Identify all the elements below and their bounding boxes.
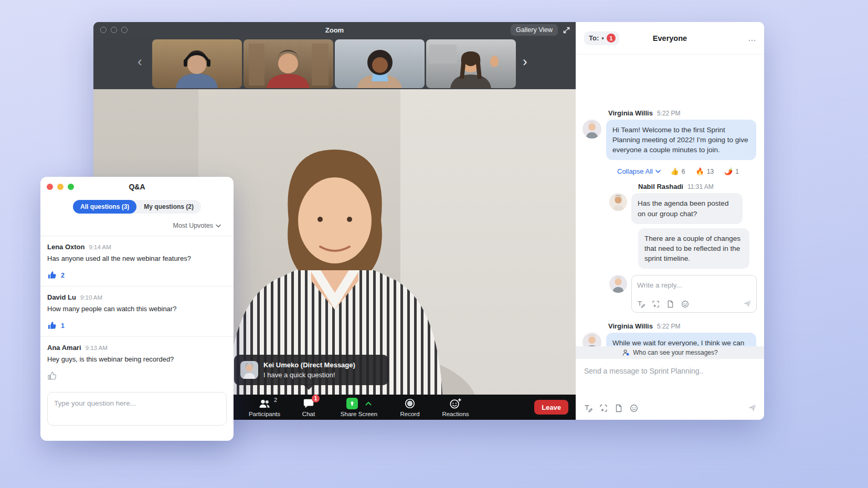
chat-header: To: ▾ 1 Everyone … (576, 22, 764, 55)
filmstrip-prev-icon[interactable]: ‹ (137, 55, 142, 68)
chat-message: Virginia Willis 5:22 PM Hi Team! Welcome… (583, 109, 757, 160)
chevron-down-icon: ▾ (601, 36, 604, 41)
thumbs-up-icon (47, 371, 57, 381)
screenshot-icon[interactable] (652, 300, 660, 308)
qa-window: Q&A All questions (3) My questions (2) M… (40, 177, 234, 441)
video-thumbnail-1[interactable] (152, 39, 242, 88)
filmstrip-next-icon[interactable]: › (523, 55, 527, 68)
upvote-button[interactable]: 2 (47, 270, 65, 280)
thumbs-up-icon (47, 321, 57, 331)
qa-question-input[interactable] (54, 399, 220, 407)
leave-button[interactable]: Leave (534, 400, 568, 415)
gallery-view-button[interactable]: Gallery View (511, 24, 558, 36)
participants-icon: 2 (258, 398, 271, 409)
collapse-all-button[interactable]: Collapse All (617, 167, 661, 175)
emoji-icon[interactable] (630, 404, 638, 412)
sender-name: Virginia Willis (608, 322, 653, 330)
send-reply-icon[interactable] (743, 299, 751, 308)
dm-toast-title: Kei Umeko (Direct Message) (263, 361, 355, 369)
message-time: 5:22 PM (657, 323, 681, 330)
record-icon (404, 398, 416, 409)
share-screen-button[interactable]: Share Screen (333, 398, 385, 417)
share-options-chevron-icon[interactable] (365, 401, 372, 406)
tab-all-questions[interactable]: All questions (3) (73, 200, 136, 214)
screenshot-icon[interactable] (599, 404, 608, 412)
avatar (583, 333, 601, 346)
file-attach-icon[interactable] (615, 404, 623, 412)
question-text: How many people can watch this webinar? (47, 305, 227, 313)
avatar (609, 193, 627, 211)
share-screen-icon (346, 398, 358, 409)
participants-button[interactable]: 2 Participants (244, 398, 285, 417)
window-titlebar: Zoom Gallery View (93, 22, 576, 38)
reply-composer (609, 275, 757, 313)
file-attach-icon[interactable] (666, 300, 674, 308)
to-recipient-selector[interactable]: To: ▾ 1 (584, 31, 619, 45)
video-thumbnail-4[interactable] (426, 39, 516, 88)
message-bubble: Hi Team! Welcome to the first Sprint Pla… (606, 120, 756, 160)
message-bubble: Has the agenda been posted on our group … (631, 193, 743, 224)
sender-name: Nabil Rashadi (638, 183, 683, 190)
question-text: Hey guys, is this webinar being recorded… (47, 355, 227, 363)
direct-message-toast[interactable]: Kei Umeko (Direct Message) I have a quic… (234, 355, 388, 385)
message-visibility-note[interactable]: Who can see your messages? (576, 346, 764, 359)
fullscreen-expand-icon[interactable] (563, 26, 570, 34)
reply-input-box (631, 275, 757, 313)
video-thumbnail-3[interactable] (335, 39, 425, 88)
chat-panel: To: ▾ 1 Everyone … Virginia Willis 5:22 … (576, 22, 764, 420)
chevron-down-icon (655, 169, 661, 173)
sender-name: Virginia Willis (608, 109, 653, 117)
reaction-thumbs-up[interactable]: 👍 6 (671, 167, 685, 175)
sort-dropdown[interactable]: Most Upvotes (40, 214, 234, 236)
reaction-group: 👍 6 🔥 13 🌶️ 1 (671, 167, 739, 175)
format-text-icon[interactable] (637, 300, 645, 308)
qa-window-title: Q&A (40, 183, 234, 191)
titlebar-actions: Gallery View (511, 24, 570, 36)
chat-message-list: Virginia Willis 5:22 PM Hi Team! Welcome… (576, 55, 764, 346)
reactions-button[interactable]: Reactions (435, 398, 477, 417)
composer-tool-icons (584, 404, 638, 412)
video-thumbnail-2[interactable] (244, 39, 333, 88)
question-author: Ana Amari (47, 344, 81, 352)
chat-message: Virginia Willis 5:22 PM While we wait fo… (583, 322, 757, 346)
thumbnail-row (152, 39, 516, 88)
qa-question: Lena Oxton 9:14 AM Has anyone used all t… (40, 236, 234, 286)
upvote-button[interactable] (47, 371, 61, 381)
chat-unread-badge: 1 (312, 395, 320, 402)
window-title: Zoom (93, 26, 576, 34)
to-unread-badge: 1 (607, 34, 616, 43)
question-author: David Lu (47, 293, 76, 301)
chat-composer (576, 359, 764, 420)
emoji-icon[interactable] (681, 300, 689, 308)
message-time: 5:22 PM (657, 110, 681, 117)
dm-toast-message: I have a quick question! (263, 371, 355, 379)
chat-more-menu-icon[interactable]: … (748, 34, 757, 43)
reactions-smiley-icon (449, 398, 462, 409)
reply-input[interactable] (637, 281, 751, 289)
message-thread: Collapse All 👍 6 🔥 13 🌶️ (609, 166, 757, 313)
qa-question: Ana Amari 9:13 AM Hey guys, is this webi… (40, 337, 234, 387)
qa-question: David Lu 9:10 AM How many people can wat… (40, 287, 234, 336)
avatar (609, 275, 627, 293)
upvote-button[interactable]: 1 (47, 321, 65, 331)
thread-controls: Collapse All 👍 6 🔥 13 🌶️ (609, 166, 757, 176)
reaction-pepper[interactable]: 🌶️ 1 (724, 167, 739, 175)
chat-bubble-icon: 1 (303, 398, 314, 409)
tab-my-questions[interactable]: My questions (2) (136, 200, 201, 214)
message-bubble: While we wait for everyone, I think we c… (606, 333, 756, 346)
chat-message-input[interactable] (584, 367, 756, 375)
message-time: 11:31 AM (687, 183, 714, 190)
dm-sender-avatar (240, 361, 258, 379)
question-time: 9:14 AM (89, 244, 111, 250)
send-message-icon[interactable] (747, 403, 757, 412)
record-button[interactable]: Record (391, 398, 428, 417)
reaction-fire[interactable]: 🔥 13 (695, 167, 714, 175)
dm-toast-text: Kei Umeko (Direct Message) I have a quic… (263, 361, 355, 379)
reply-tool-icons (637, 300, 689, 308)
format-text-icon[interactable] (584, 404, 592, 412)
question-author: Lena Oxton (47, 243, 85, 251)
chat-button[interactable]: 1 Chat (292, 398, 325, 417)
video-filmstrip: ‹ › (93, 38, 576, 89)
qa-tabs: All questions (3) My questions (2) (40, 200, 234, 214)
qa-titlebar: Q&A (40, 177, 234, 197)
